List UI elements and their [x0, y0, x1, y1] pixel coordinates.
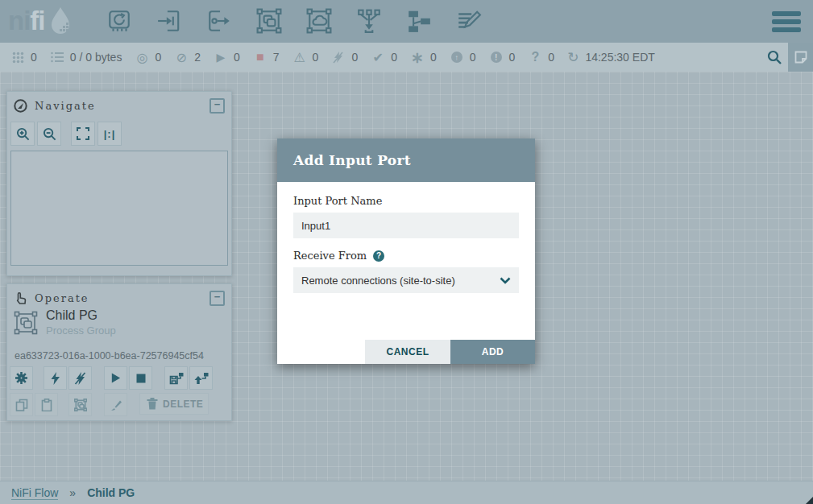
stat-value: 0	[155, 51, 161, 64]
birdseye-view[interactable]	[10, 151, 228, 266]
global-menu-icon[interactable]	[772, 11, 801, 32]
label-icon[interactable]	[455, 7, 483, 35]
start-button[interactable]	[104, 366, 127, 390]
bulletin-board-button[interactable]	[788, 43, 813, 72]
stat-disabled: 0	[331, 51, 358, 64]
stat-active-threads: 0	[10, 51, 37, 64]
add-input-port-dialog: Add Input Port Input Port Name Receive F…	[277, 138, 535, 364]
fill-color-button[interactable]	[104, 393, 127, 416]
stat-transmitting: ◎ 0	[135, 50, 161, 65]
funnel-icon[interactable]	[355, 7, 383, 35]
queued-list-icon	[50, 52, 64, 63]
locally-modified-icon: ∗	[410, 48, 425, 67]
process-group-icon	[14, 311, 38, 335]
stat-invalid: ⚠ 0	[292, 50, 319, 65]
selected-component: Child PG Process Group	[14, 308, 116, 337]
component-type: Process Group	[46, 324, 116, 337]
stat-value: 7	[273, 51, 280, 64]
stale-icon: ↑	[450, 52, 464, 63]
active-threads-icon	[10, 52, 25, 64]
sync-failure-icon: ?	[528, 50, 542, 64]
zoom-out-button[interactable]	[37, 122, 61, 146]
stat-stale: ↑ 0	[450, 51, 476, 64]
breadcrumb-root[interactable]: NiFi Flow	[11, 486, 58, 500]
copy-button[interactable]	[10, 393, 33, 416]
flow-stats: 0 0 / 0 bytes ◎ 0 ⊘ 2	[0, 48, 663, 67]
stat-value: 0	[548, 51, 554, 64]
copy-icon	[15, 399, 28, 411]
stat-locally-modified: ∗ 0	[410, 48, 437, 67]
stat-not-transmitting: ⊘ 2	[174, 50, 201, 65]
dropdown-selected-value: Remote connections (site-to-site)	[301, 275, 455, 287]
template-icon[interactable]	[405, 7, 433, 35]
nifi-logo: nifi	[8, 5, 76, 37]
component-id: ea633723-016a-1000-b6ea-72576945cf54	[15, 350, 204, 361]
input-port-name-field[interactable]	[293, 213, 519, 238]
upload-template-icon	[194, 372, 209, 385]
save-template-icon	[169, 372, 184, 385]
delete-button[interactable]: DELETE	[139, 393, 209, 415]
upload-template-button[interactable]	[189, 366, 213, 390]
stat-running: ▶ 0	[214, 51, 240, 64]
input-port-icon[interactable]	[156, 7, 183, 35]
breadcrumb-separator: »	[69, 486, 76, 499]
dialog-header: Add Input Port	[277, 138, 535, 182]
breadcrumb-current[interactable]: Child PG	[87, 486, 135, 499]
zoom-fit-button[interactable]	[71, 122, 95, 146]
transmitting-icon: ◎	[135, 50, 149, 65]
operate-title: Operate	[35, 292, 89, 304]
paste-button[interactable]	[35, 393, 58, 416]
operate-collapse-button[interactable]: −	[209, 291, 225, 306]
stat-value: 0	[509, 51, 516, 64]
nifi-app: nifi	[0, 0, 813, 504]
navigate-palette: Navigate −	[6, 91, 232, 276]
zoom-actual-size-button[interactable]: |:|	[97, 122, 122, 146]
navigate-collapse-button[interactable]: −	[209, 98, 225, 114]
stat-value: 0 / 0 bytes	[70, 51, 122, 64]
invalid-icon: ⚠	[292, 50, 307, 65]
configure-button[interactable]	[10, 366, 33, 390]
add-button[interactable]: ADD	[450, 340, 535, 364]
navigate-title: Navigate	[35, 100, 96, 112]
disable-button[interactable]	[68, 366, 92, 390]
operate-palette: Operate − Child PG Process Group ea63372…	[6, 283, 232, 421]
chevron-down-icon	[500, 277, 511, 284]
operate-actions-row2: DELETE	[10, 393, 210, 416]
stat-value: 0	[234, 51, 240, 64]
breadcrumb: NiFi Flow » Child PG	[0, 481, 813, 504]
flow-status-bar: 0 0 / 0 bytes ◎ 0 ⊘ 2	[0, 43, 813, 72]
refresh-status[interactable]: ↻ 14:25:30 EDT	[567, 49, 655, 66]
stat-value: 0	[351, 51, 358, 64]
lightning-slash-icon	[74, 372, 86, 385]
navigate-buttons: |:|	[10, 122, 124, 146]
delete-label: DELETE	[163, 399, 203, 410]
operate-actions-row1	[10, 366, 214, 390]
lightning-icon	[49, 372, 61, 385]
stat-value: 0	[313, 51, 319, 64]
stat-stopped: ■ 7	[253, 50, 280, 64]
remote-process-group-icon[interactable]	[305, 7, 333, 35]
process-group-icon[interactable]	[255, 7, 283, 35]
input-port-name-label: Input Port Name	[293, 195, 382, 207]
stat-locally-modified-stale: ! 0	[489, 51, 516, 64]
search-button[interactable]	[761, 43, 788, 72]
stat-value: 2	[194, 51, 201, 64]
draggable-components	[106, 7, 483, 35]
compass-icon	[14, 99, 27, 113]
enable-button[interactable]	[44, 366, 67, 390]
logo-text: ni	[8, 6, 30, 35]
processor-icon[interactable]	[106, 7, 133, 35]
stat-queued: 0 / 0 bytes	[50, 51, 122, 64]
receive-from-dropdown[interactable]: Remote connections (site-to-site)	[293, 267, 519, 293]
zoom-in-button[interactable]	[10, 122, 35, 146]
save-template-button[interactable]	[164, 366, 188, 390]
help-icon[interactable]: ?	[373, 250, 384, 262]
stop-button[interactable]	[129, 366, 152, 390]
group-button[interactable]	[68, 393, 92, 416]
output-port-icon[interactable]	[205, 7, 233, 35]
cancel-button[interactable]: CANCEL	[365, 340, 450, 364]
component-toolbar: nifi	[0, 0, 813, 43]
last-refresh-time: 14:25:30 EDT	[585, 51, 654, 64]
search-icon	[767, 50, 782, 64]
component-name: Child PG	[46, 308, 116, 323]
